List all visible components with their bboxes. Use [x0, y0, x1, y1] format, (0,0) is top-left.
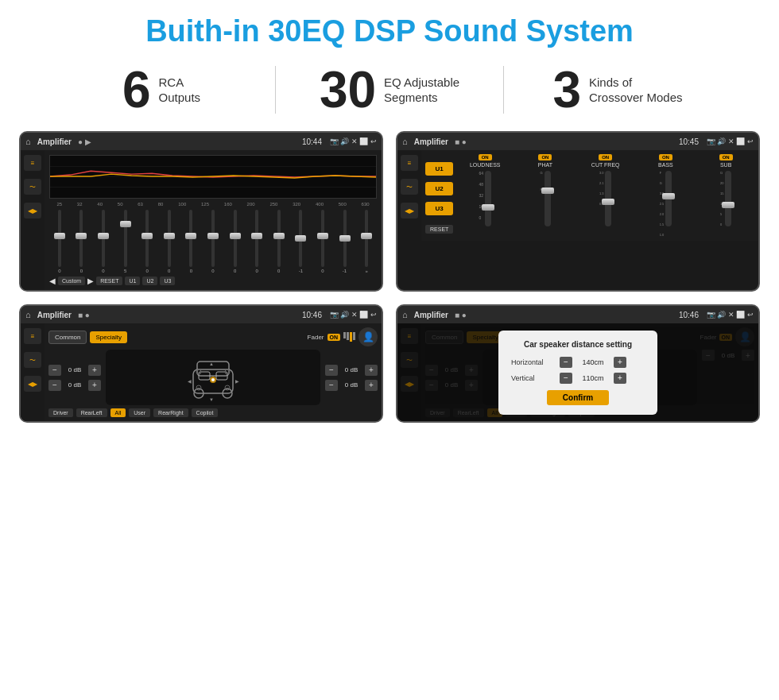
- u3-btn[interactable]: U3: [425, 202, 453, 215]
- stat-rca-label: RCAOutputs: [159, 75, 201, 106]
- eq-u2-btn[interactable]: U2: [142, 277, 157, 285]
- speaker-screen: ⌂ Amplifier ■ ● 10:46 📷 🔊 ✕ ⬜ ↩ ≡ 〜 ◀▶ C…: [19, 304, 383, 423]
- vol2-minus[interactable]: −: [48, 380, 61, 391]
- vertical-minus[interactable]: −: [560, 373, 572, 384]
- eq-title: Amplifier: [37, 137, 72, 146]
- eq-sidebar: ≡ 〜 ◀▶: [21, 150, 45, 290]
- eq-u1-btn[interactable]: U1: [125, 277, 140, 285]
- vol4-plus[interactable]: +: [365, 380, 378, 391]
- eq-slider-15: »: [356, 210, 377, 273]
- horizontal-plus[interactable]: +: [614, 357, 626, 368]
- crossover-sidebar-icon-2[interactable]: 〜: [401, 179, 418, 195]
- speaker-middle: − 0 dB + − 0 dB +: [48, 350, 378, 405]
- eq-prev-btn[interactable]: ◀: [49, 277, 56, 285]
- crossover-dots: ■ ●: [455, 137, 467, 146]
- freq-400: 400: [316, 202, 324, 207]
- stat-crossover-label: Kinds ofCrossover Modes: [589, 75, 683, 106]
- eq-slider-3: 0: [93, 210, 114, 273]
- freq-40: 40: [97, 202, 103, 207]
- crossover-controls: ON LOUDNESS 644832160 ON PHAT: [456, 154, 754, 237]
- crossover-reset-btn[interactable]: RESET: [425, 225, 453, 234]
- eq-u3-btn[interactable]: U3: [160, 277, 175, 285]
- vol-row-2: − 0 dB +: [48, 380, 101, 391]
- svg-text:◀: ◀: [188, 379, 192, 384]
- rearright-btn[interactable]: RearRight: [153, 408, 188, 417]
- fader-section: Fader ON: [308, 332, 355, 342]
- dialog-home-icon[interactable]: ⌂: [402, 310, 408, 319]
- dialog-dots: ■ ●: [455, 311, 467, 319]
- phat-col: ON PHAT GF: [517, 154, 574, 237]
- dialog-box-title: Car speaker distance setting: [511, 340, 645, 349]
- vol1-minus[interactable]: −: [48, 365, 61, 376]
- dialog-icons: 📷 🔊 ✕ ⬜ ↩: [707, 311, 754, 319]
- vol3-plus[interactable]: +: [365, 365, 378, 376]
- vertical-plus[interactable]: +: [614, 373, 626, 384]
- confirm-button[interactable]: Confirm: [547, 390, 609, 405]
- eq-graph: [49, 155, 377, 199]
- eq-freq-labels: 25 32 40 50 63 80 100 125 160 200 250 32…: [49, 202, 377, 207]
- dialog-box: Car speaker distance setting Horizontal …: [498, 331, 657, 415]
- speaker-title: Amplifier: [37, 311, 72, 319]
- crossover-sidebar-icon-3[interactable]: ◀▶: [401, 203, 418, 219]
- speaker-sidebar-icon-1[interactable]: ≡: [24, 328, 41, 344]
- u1-btn[interactable]: U1: [425, 162, 453, 176]
- eq-slider-13: 0: [312, 210, 333, 273]
- copilot-btn[interactable]: Copilot: [192, 408, 219, 417]
- cutfreq-title: CUT FREQ: [591, 162, 620, 168]
- eq-slider-4: 5: [115, 210, 136, 273]
- eq-slider-7: 0: [181, 210, 202, 273]
- vol2-plus[interactable]: +: [88, 380, 101, 391]
- eq-reset-btn[interactable]: RESET: [96, 277, 122, 285]
- eq-slider-2: 0: [72, 210, 92, 273]
- crossover-topbar: ⌂ Amplifier ■ ● 10:45 📷 🔊 ✕ ⬜ ↩: [397, 133, 758, 150]
- freq-50: 50: [118, 202, 123, 207]
- stat-crossover: 3 Kinds ofCrossover Modes: [504, 64, 731, 115]
- dialog-horizontal-row: Horizontal − 140cm +: [511, 357, 645, 368]
- eq-sidebar-icon-3[interactable]: ◀▶: [24, 203, 41, 219]
- eq-slider-8: 0: [203, 210, 223, 273]
- freq-250: 250: [269, 202, 277, 207]
- crossover-home-icon[interactable]: ⌂: [402, 137, 408, 146]
- eq-body: ≡ 〜 ◀▶: [21, 150, 382, 290]
- vol1-plus[interactable]: +: [88, 365, 101, 376]
- speaker-sidebar-icon-3[interactable]: ◀▶: [24, 376, 41, 392]
- driver-btn[interactable]: Driver: [48, 408, 73, 417]
- sub-title: SUB: [720, 162, 731, 168]
- freq-500: 500: [339, 202, 347, 207]
- svg-text:▼: ▼: [209, 397, 214, 402]
- car-svg: ▲ ▼ ◀ ▶: [181, 350, 245, 405]
- horizontal-minus[interactable]: −: [560, 357, 572, 368]
- horizontal-label: Horizontal: [511, 358, 555, 366]
- all-btn[interactable]: All: [110, 408, 126, 417]
- bass-title: BASS: [658, 162, 673, 168]
- eq-sidebar-icon-1[interactable]: ≡: [24, 155, 41, 171]
- speaker-home-icon[interactable]: ⌂: [25, 310, 31, 319]
- eq-custom-btn[interactable]: Custom: [58, 277, 85, 285]
- vertical-value: 110cm: [577, 374, 609, 382]
- u2-btn[interactable]: U2: [425, 182, 453, 195]
- sub-col: ON SUB G20151050: [697, 154, 754, 237]
- freq-320: 320: [293, 202, 300, 207]
- user-btn[interactable]: User: [129, 408, 150, 417]
- crossover-sidebar-icon-1[interactable]: ≡: [401, 155, 418, 171]
- eq-slider-5: 0: [137, 210, 157, 273]
- specialty-tab[interactable]: Specialty: [90, 331, 126, 343]
- eq-sliders: 0 0 0 5 0: [49, 210, 377, 273]
- vol3-value: 0 dB: [340, 366, 362, 373]
- common-tab[interactable]: Common: [48, 331, 87, 344]
- bass-col: ON BASS FG3.02.52.01.51.0: [638, 154, 695, 237]
- vol3-minus[interactable]: −: [325, 365, 338, 376]
- vol4-value: 0 dB: [340, 381, 362, 389]
- u-buttons: U1 U2 U3 RESET: [425, 154, 453, 237]
- eq-time: 10:44: [302, 137, 322, 146]
- speaker-time: 10:46: [302, 311, 322, 319]
- vol4-minus[interactable]: −: [325, 380, 338, 391]
- vol2-value: 0 dB: [64, 381, 86, 389]
- home-icon[interactable]: ⌂: [25, 137, 31, 146]
- eq-sidebar-icon-2[interactable]: 〜: [24, 179, 41, 195]
- speaker-sidebar-icon-2[interactable]: 〜: [24, 352, 41, 368]
- cutfreq-on: ON: [599, 154, 612, 160]
- eq-play-btn[interactable]: ▶: [87, 277, 94, 285]
- rearleft-btn[interactable]: RearLeft: [76, 408, 107, 417]
- freq-32: 32: [77, 202, 83, 207]
